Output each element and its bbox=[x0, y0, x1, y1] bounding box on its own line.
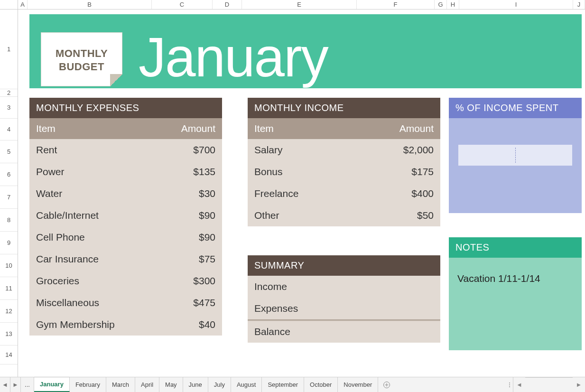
table-row[interactable]: Miscellaneous$475 bbox=[29, 292, 222, 314]
expense-item[interactable]: Car Insurance bbox=[29, 248, 166, 270]
column-header[interactable]: F bbox=[357, 0, 435, 9]
table-row[interactable]: Car Insurance$75 bbox=[29, 248, 222, 270]
table-row[interactable]: Salary$2,000 bbox=[248, 139, 440, 161]
income-item[interactable]: Other bbox=[248, 205, 375, 226]
hscroll-right-icon[interactable]: ► bbox=[573, 377, 585, 392]
column-header[interactable]: G bbox=[435, 0, 447, 9]
summary-row[interactable]: Expenses bbox=[248, 298, 440, 319]
table-row[interactable]: Gym Membership$40 bbox=[29, 314, 222, 336]
summary-row[interactable]: Balance bbox=[248, 319, 440, 343]
expense-item[interactable]: Groceries bbox=[29, 270, 166, 292]
month-title: January bbox=[139, 26, 328, 89]
column-header[interactable]: J bbox=[573, 0, 585, 9]
sheet-tab[interactable]: November bbox=[338, 377, 378, 392]
sheet-tab[interactable]: June bbox=[183, 377, 208, 392]
table-row[interactable]: Rent$700 bbox=[29, 139, 222, 161]
sheet-tab[interactable]: May bbox=[159, 377, 183, 392]
tab-nav-overflow[interactable]: ... bbox=[21, 377, 34, 392]
row-header[interactable]: 5 bbox=[0, 140, 18, 163]
table-row[interactable]: Other$50 bbox=[248, 205, 440, 226]
worksheet-area[interactable]: MONTHLY BUDGET January MONTHLY EXPENSES … bbox=[18, 9, 585, 377]
row-header[interactable]: 12 bbox=[0, 300, 18, 323]
table-row[interactable]: Water$30 bbox=[29, 183, 222, 205]
summary-value[interactable] bbox=[375, 321, 440, 343]
sheet-tab[interactable]: March bbox=[106, 377, 135, 392]
column-header[interactable]: A bbox=[18, 0, 28, 9]
new-sheet-button[interactable] bbox=[378, 377, 395, 392]
summary-label[interactable]: Balance bbox=[248, 321, 375, 343]
income-col-amount: Amount bbox=[375, 118, 440, 139]
budget-label-sticky: MONTHLY BUDGET bbox=[41, 32, 122, 86]
sheet-tab[interactable]: September bbox=[262, 377, 304, 392]
sheet-tab[interactable]: August bbox=[231, 377, 262, 392]
row-header[interactable]: 11 bbox=[0, 277, 18, 300]
row-header[interactable]: 1 bbox=[0, 9, 18, 89]
sheet-tab[interactable]: October bbox=[304, 377, 338, 392]
column-header[interactable]: D bbox=[213, 0, 242, 9]
row-header[interactable]: 8 bbox=[0, 209, 18, 232]
income-item[interactable]: Bonus bbox=[248, 161, 375, 183]
column-header[interactable]: I bbox=[459, 0, 573, 9]
row-header[interactable]: 14 bbox=[0, 345, 18, 364]
column-header[interactable]: B bbox=[28, 0, 152, 9]
income-amount[interactable]: $400 bbox=[375, 183, 440, 205]
expense-amount[interactable]: $90 bbox=[166, 205, 222, 226]
sheet-tab[interactable]: February bbox=[70, 377, 106, 392]
row-header[interactable]: 10 bbox=[0, 254, 18, 277]
table-row[interactable]: Freelance$400 bbox=[248, 183, 440, 205]
column-header[interactable]: H bbox=[447, 0, 459, 9]
income-amount[interactable]: $2,000 bbox=[375, 139, 440, 161]
income-item[interactable]: Salary bbox=[248, 139, 375, 161]
summary-value[interactable] bbox=[375, 298, 440, 319]
tab-nav-prev-icon[interactable]: ◄ bbox=[0, 377, 10, 392]
hscroll-left-icon[interactable]: ◄ bbox=[513, 377, 525, 392]
expense-amount[interactable]: $40 bbox=[166, 314, 222, 336]
row-header[interactable]: 6 bbox=[0, 163, 18, 186]
expense-item[interactable]: Cell Phone bbox=[29, 226, 166, 248]
expense-item[interactable]: Power bbox=[29, 161, 166, 183]
sheet-tab[interactable]: July bbox=[208, 377, 231, 392]
row-header[interactable]: 2 bbox=[0, 89, 18, 97]
expenses-title: MONTHLY EXPENSES bbox=[29, 98, 222, 118]
income-amount[interactable]: $50 bbox=[375, 205, 440, 226]
summary-value[interactable] bbox=[375, 276, 440, 298]
table-row[interactable]: Power$135 bbox=[29, 161, 222, 183]
expense-item[interactable]: Gym Membership bbox=[29, 314, 166, 336]
column-header[interactable]: E bbox=[242, 0, 357, 9]
row-header[interactable]: 3 bbox=[0, 97, 18, 119]
expense-amount[interactable]: $135 bbox=[166, 161, 222, 183]
tabbar-splitter-handle[interactable] bbox=[506, 377, 513, 392]
summary-label[interactable]: Income bbox=[248, 276, 375, 298]
summary-card: SUMMARY IncomeExpensesBalance bbox=[248, 255, 440, 343]
expense-amount[interactable]: $700 bbox=[166, 139, 222, 161]
expense-amount[interactable]: $75 bbox=[166, 248, 222, 270]
column-header[interactable]: C bbox=[152, 0, 213, 9]
expense-amount[interactable]: $90 bbox=[166, 226, 222, 248]
table-row[interactable]: Bonus$175 bbox=[248, 161, 440, 183]
summary-label[interactable]: Expenses bbox=[248, 298, 375, 319]
table-row[interactable]: Cell Phone$90 bbox=[29, 226, 222, 248]
expense-item[interactable]: Water bbox=[29, 183, 166, 205]
expense-amount[interactable]: $30 bbox=[166, 183, 222, 205]
table-row[interactable]: Groceries$300 bbox=[29, 270, 222, 292]
tab-nav-next-icon[interactable]: ► bbox=[10, 377, 21, 392]
row-header[interactable]: 4 bbox=[0, 119, 18, 140]
sheet-tab[interactable]: April bbox=[135, 377, 159, 392]
row-header[interactable]: 7 bbox=[0, 186, 18, 209]
expense-item[interactable]: Cable/Internet bbox=[29, 205, 166, 226]
row-header[interactable]: 13 bbox=[0, 323, 18, 345]
sheet-tab-bar: ◄ ► ... JanuaryFebruaryMarchAprilMayJune… bbox=[0, 377, 585, 392]
summary-row[interactable]: Income bbox=[248, 276, 440, 298]
expense-item[interactable]: Rent bbox=[29, 139, 166, 161]
expense-amount[interactable]: $300 bbox=[166, 270, 222, 292]
table-row[interactable]: Cable/Internet$90 bbox=[29, 205, 222, 226]
row-header[interactable]: 9 bbox=[0, 232, 18, 254]
sheet-tab[interactable]: January bbox=[34, 377, 70, 392]
budget-label-1: MONTHLY bbox=[41, 47, 122, 60]
hscroll-track[interactable] bbox=[525, 377, 573, 392]
expense-amount[interactable]: $475 bbox=[166, 292, 222, 314]
income-item[interactable]: Freelance bbox=[248, 183, 375, 205]
notes-text[interactable]: Vacation 1/11-1/14 bbox=[449, 258, 582, 299]
expense-item[interactable]: Miscellaneous bbox=[29, 292, 166, 314]
income-amount[interactable]: $175 bbox=[375, 161, 440, 183]
